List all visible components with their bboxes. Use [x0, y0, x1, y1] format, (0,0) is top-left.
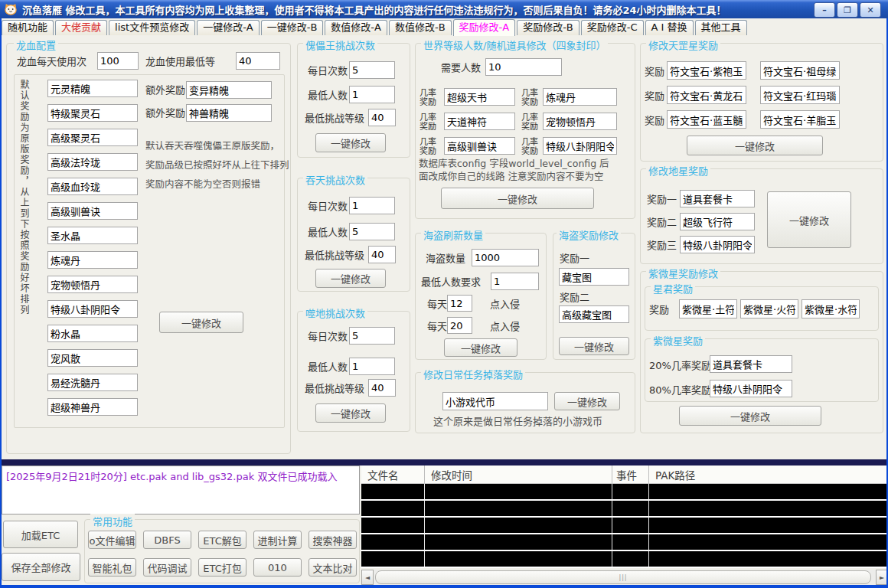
world-need-input[interactable]	[485, 58, 562, 76]
world-item-input[interactable]	[543, 88, 617, 106]
save-all-button[interactable]: 保存全部修改	[2, 553, 80, 581]
world-item-input[interactable]	[543, 113, 617, 130]
tuntian-daily-input[interactable]	[349, 197, 395, 214]
pirate-time2-input[interactable]	[447, 317, 472, 334]
pirate-count-input[interactable]	[472, 249, 539, 266]
world-item-input[interactable]	[444, 88, 515, 106]
ziwei-apply-button[interactable]: 一键修改	[679, 406, 821, 426]
dixing-reward2-input[interactable]	[680, 213, 755, 230]
dragon-reward-input[interactable]	[47, 104, 138, 122]
maximize-button[interactable]: ❐	[837, 2, 858, 18]
tab-ai-replace[interactable]: A I 替换	[645, 20, 694, 35]
ziwei-20pct-input[interactable]	[710, 355, 792, 373]
ziwei-80pct-input[interactable]	[710, 380, 792, 397]
world-item-input[interactable]	[444, 137, 515, 155]
tab-onekey-a[interactable]: 一键修改-A	[197, 20, 260, 35]
pirate-min-input[interactable]	[491, 273, 539, 290]
world-item-input[interactable]	[444, 113, 515, 130]
tiangang-item-input[interactable]	[667, 110, 746, 129]
table-row[interactable]	[361, 501, 888, 516]
tab-reward-b[interactable]: 奖励修改-B	[517, 20, 579, 35]
dragon-reward-input[interactable]	[47, 276, 138, 293]
dixing-reward3-input[interactable]	[680, 236, 755, 253]
tiangang-apply-button[interactable]: 一键修改	[687, 136, 823, 155]
pirate-reward1-input[interactable]	[559, 268, 629, 286]
puppet-apply-button[interactable]: 一键修改	[315, 133, 386, 152]
shidi-level-input[interactable]	[368, 379, 396, 397]
file-edit-button[interactable]: o文件编辑	[88, 531, 136, 549]
tab-dalao[interactable]: 大佬贡献	[55, 20, 107, 35]
minimize-button[interactable]: –	[814, 2, 835, 18]
dragon-reward-input[interactable]	[47, 178, 138, 195]
ziwei-xingjun-input[interactable]	[679, 299, 737, 318]
tiangang-item-input[interactable]	[760, 61, 840, 80]
tiangang-item-input[interactable]	[760, 86, 840, 104]
col-filename[interactable]: 文件名	[361, 466, 425, 483]
world-item-input[interactable]	[543, 137, 617, 155]
shidi-apply-button[interactable]: 一键修改	[315, 403, 386, 423]
etc-unpack-button[interactable]: ETC解包	[198, 531, 246, 549]
scroll-thumb[interactable]: |||	[375, 570, 871, 584]
ziwei-xingjun-input[interactable]	[740, 299, 798, 318]
dragon-reward-input[interactable]	[47, 300, 138, 318]
pirate-apply-button[interactable]: 一键修改	[444, 338, 517, 357]
search-tool-button[interactable]: 搜索神器	[309, 531, 357, 549]
table-row[interactable]	[361, 484, 888, 499]
col-modified-time[interactable]: 修改时间	[425, 466, 612, 483]
tab-list-preview[interactable]: list文件预览修改	[109, 20, 195, 35]
shidi-min-input[interactable]	[349, 358, 395, 375]
dragon-min-level-input[interactable]	[236, 52, 280, 70]
scroll-left-arrow[interactable]: ◄	[361, 570, 374, 585]
close-button[interactable]: ✕	[860, 2, 881, 18]
dragon-extra-input-1[interactable]	[186, 81, 272, 99]
ziwei-xingjun-input[interactable]	[801, 299, 860, 318]
dragon-reward-input[interactable]	[47, 129, 138, 146]
dixing-apply-button[interactable]: 一键修改	[767, 191, 851, 248]
daily-task-apply-button[interactable]: 一键修改	[554, 392, 620, 410]
tab-value-b[interactable]: 数值修改-B	[389, 20, 452, 35]
dragon-apply-button[interactable]: 一键修改	[159, 312, 243, 333]
tab-reward-c[interactable]: 奖励修改-C	[581, 20, 644, 35]
tiangang-item-input[interactable]	[667, 61, 746, 80]
pirate-reward-apply-button[interactable]: 一键修改	[559, 337, 629, 355]
dragon-reward-input[interactable]	[47, 325, 138, 342]
tuntian-apply-button[interactable]: 一键修改	[315, 269, 386, 288]
tab-value-a[interactable]: 数值修改-A	[325, 20, 387, 35]
daily-task-input[interactable]	[442, 392, 548, 410]
dragon-reward-input[interactable]	[47, 202, 138, 220]
tiangang-item-input[interactable]	[667, 86, 746, 104]
text-compare-button[interactable]: 文本比对	[309, 558, 357, 577]
table-row[interactable]	[361, 534, 888, 550]
puppet-min-input[interactable]	[349, 86, 395, 103]
dragon-reward-input[interactable]	[47, 153, 138, 171]
dragon-daily-input[interactable]	[97, 52, 139, 70]
col-pak-path[interactable]: PAK路径	[649, 466, 888, 483]
puppet-level-input[interactable]	[368, 109, 396, 126]
smart-pack-button[interactable]: 智能礼包	[88, 558, 136, 577]
tab-random[interactable]: 随机功能	[2, 20, 54, 35]
tuntian-level-input[interactable]	[368, 246, 396, 263]
pirate-time1-input[interactable]	[447, 295, 472, 312]
dragon-reward-input[interactable]	[47, 251, 138, 269]
zero-one-zero-button[interactable]: 010	[253, 558, 302, 577]
code-debug-button[interactable]: 代码调试	[143, 558, 191, 577]
shidi-daily-input[interactable]	[349, 327, 395, 345]
table-row[interactable]	[361, 551, 888, 567]
tuntian-min-input[interactable]	[349, 223, 395, 240]
dixing-reward1-input[interactable]	[680, 190, 755, 207]
tab-onekey-b[interactable]: 一键修改-B	[261, 20, 324, 35]
table-row[interactable]	[361, 518, 888, 533]
dragon-reward-input[interactable]	[47, 349, 138, 367]
puppet-daily-input[interactable]	[349, 61, 395, 79]
dragon-reward-input[interactable]	[47, 398, 138, 416]
dragon-reward-input[interactable]	[47, 80, 138, 97]
dragon-reward-input[interactable]	[47, 227, 138, 244]
world-apply-button[interactable]: 一键修改	[441, 188, 594, 209]
dragon-reward-input[interactable]	[47, 374, 138, 391]
tab-other-tools[interactable]: 其他工具	[695, 20, 747, 35]
pirate-reward2-input[interactable]	[559, 305, 629, 323]
load-etc-button[interactable]: 加载ETC	[3, 521, 78, 548]
dbfs-button[interactable]: DBFS	[143, 531, 191, 549]
tab-reward-a[interactable]: 奖励修改-A	[453, 19, 516, 36]
col-event[interactable]: 事件	[612, 466, 649, 483]
